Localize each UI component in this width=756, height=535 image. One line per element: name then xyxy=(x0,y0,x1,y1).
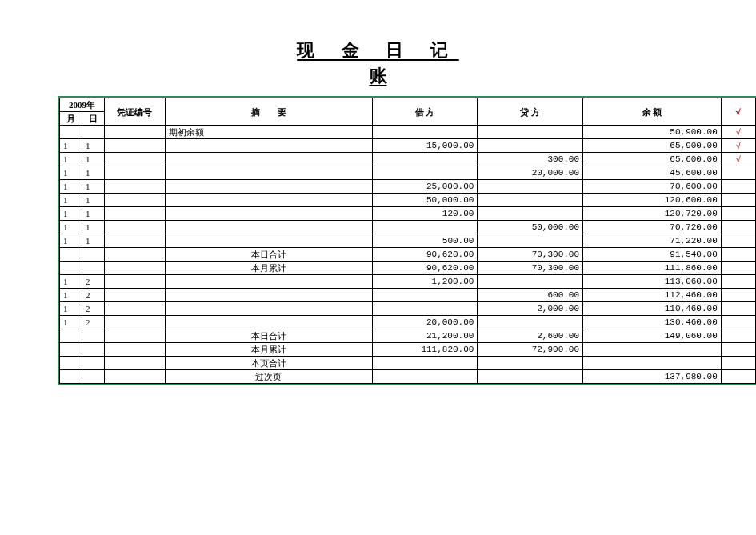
cell-day xyxy=(82,262,105,275)
cell-month: 1 xyxy=(60,139,82,153)
header-debit: 借 方 xyxy=(372,98,478,126)
cell-day: 2 xyxy=(82,302,105,316)
cell-summary xyxy=(165,194,372,207)
cell-summary: 过次页 xyxy=(165,370,372,384)
cell-day: 1 xyxy=(82,207,105,221)
cell-check-icon xyxy=(721,370,755,384)
cell-day: 2 xyxy=(82,289,105,302)
cell-summary: 本月累计 xyxy=(165,262,372,275)
cell-month xyxy=(60,357,82,370)
cell-check-icon xyxy=(721,194,755,207)
header-summary-a: 摘 xyxy=(251,107,260,117)
cell-balance: 65,600.00 xyxy=(583,153,722,166)
cell-summary xyxy=(165,207,372,221)
cell-credit: 50,000.00 xyxy=(478,221,583,234)
cell-month xyxy=(60,248,82,262)
cell-summary: 本日合计 xyxy=(165,248,372,262)
cell-voucher xyxy=(105,343,166,357)
cell-balance: 70,720.00 xyxy=(583,221,722,234)
cell-balance: 112,460.00 xyxy=(583,289,722,302)
cell-check-icon xyxy=(721,302,755,316)
header-balance: 余 额 xyxy=(583,98,722,126)
cell-day: 1 xyxy=(82,194,105,207)
cell-check-icon: √ xyxy=(721,126,755,139)
cell-day: 2 xyxy=(82,316,105,329)
cell-day: 1 xyxy=(82,139,105,153)
cell-balance: 137,980.00 xyxy=(583,370,722,384)
cell-month xyxy=(60,370,82,384)
header-check-icon: √ xyxy=(721,98,755,126)
cell-check-icon xyxy=(721,357,755,370)
table-row: 11500.0071,220.00 xyxy=(60,234,756,248)
cell-month xyxy=(60,343,82,357)
cell-day xyxy=(82,370,105,384)
cell-month: 1 xyxy=(60,194,82,207)
cell-day: 1 xyxy=(82,166,105,180)
table-row: 1125,000.0070,600.00 xyxy=(60,180,756,194)
cell-month: 1 xyxy=(60,289,82,302)
cell-check-icon xyxy=(721,221,755,234)
cell-month: 1 xyxy=(60,166,82,180)
cell-credit: 20,000.00 xyxy=(478,166,583,180)
cell-day: 1 xyxy=(82,221,105,234)
cell-credit xyxy=(478,139,583,153)
cell-summary xyxy=(165,166,372,180)
cell-month: 1 xyxy=(60,234,82,248)
table-row: 本月累计90,620.0070,300.00111,860.00 xyxy=(60,262,756,275)
cell-voucher xyxy=(105,316,166,329)
cell-summary: 期初余额 xyxy=(165,126,372,139)
cell-credit xyxy=(478,126,583,139)
cell-voucher xyxy=(105,221,166,234)
cell-debit: 25,000.00 xyxy=(372,180,478,194)
cell-month: 1 xyxy=(60,180,82,194)
cell-month: 1 xyxy=(60,221,82,234)
cell-summary: 本日合计 xyxy=(165,329,372,343)
cell-debit: 120.00 xyxy=(372,207,478,221)
cell-day xyxy=(82,357,105,370)
cell-summary xyxy=(165,275,372,289)
cell-debit: 90,620.00 xyxy=(372,248,478,262)
cell-summary: 本月累计 xyxy=(165,343,372,357)
cell-debit: 1,200.00 xyxy=(372,275,478,289)
cell-balance: 65,900.00 xyxy=(583,139,722,153)
cell-summary xyxy=(165,302,372,316)
cell-debit xyxy=(372,289,478,302)
table-row: 1150,000.0070,720.00 xyxy=(60,221,756,234)
cell-debit xyxy=(372,370,478,384)
table-header: 2009年 凭证编号 摘 要 借 方 贷 方 余 额 √ 月 日 xyxy=(60,98,756,126)
cell-day: 1 xyxy=(82,234,105,248)
table-row: 122,000.00110,460.00 xyxy=(60,302,756,316)
table-row: 本日合计90,620.0070,300.0091,540.00 xyxy=(60,248,756,262)
cell-credit: 600.00 xyxy=(478,289,583,302)
cell-balance: 111,860.00 xyxy=(583,262,722,275)
cell-check-icon xyxy=(721,234,755,248)
cell-balance: 120,720.00 xyxy=(583,207,722,221)
cell-check-icon xyxy=(721,248,755,262)
cell-credit xyxy=(478,207,583,221)
cell-summary xyxy=(165,234,372,248)
header-voucher: 凭证编号 xyxy=(105,98,166,126)
cell-day: 2 xyxy=(82,275,105,289)
cell-summary xyxy=(165,289,372,302)
cell-debit: 20,000.00 xyxy=(372,316,478,329)
cell-credit: 70,300.00 xyxy=(478,262,583,275)
cell-voucher xyxy=(105,194,166,207)
cell-balance: 113,060.00 xyxy=(583,275,722,289)
cell-check-icon xyxy=(721,262,755,275)
cell-credit xyxy=(478,370,583,384)
cell-debit xyxy=(372,302,478,316)
cell-credit xyxy=(478,316,583,329)
cell-voucher xyxy=(105,166,166,180)
cell-balance xyxy=(583,343,722,357)
cell-balance: 71,220.00 xyxy=(583,234,722,248)
cell-debit: 21,200.00 xyxy=(372,329,478,343)
cell-voucher xyxy=(105,289,166,302)
cell-check-icon: √ xyxy=(721,153,755,166)
cell-debit: 90,620.00 xyxy=(372,262,478,275)
cell-summary xyxy=(165,153,372,166)
table-row: 1150,000.00120,600.00 xyxy=(60,194,756,207)
cell-month: 1 xyxy=(60,153,82,166)
cell-summary xyxy=(165,221,372,234)
cell-voucher xyxy=(105,275,166,289)
table-row: 11120.00120,720.00 xyxy=(60,207,756,221)
